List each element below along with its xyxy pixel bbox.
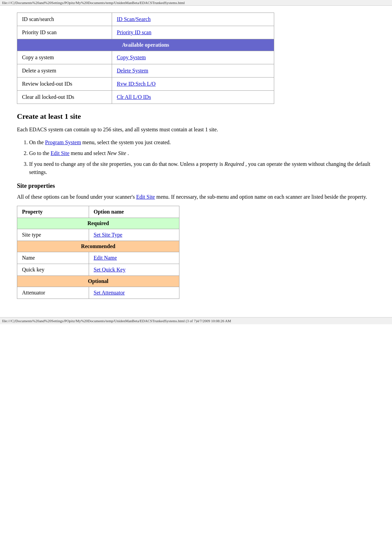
top-bar-path: file:///C|/Documents%20and%20Settings/PO… — [2, 1, 185, 5]
property-cell: Clear all locked-out IDs — [17, 91, 112, 104]
copy-system-link[interactable]: Copy System — [117, 54, 146, 60]
property-cell: Delete a system — [17, 64, 112, 78]
option-cell: Clr All L/O IDs — [112, 91, 274, 104]
table-row: Copy a system Copy System — [17, 51, 274, 64]
option-cell: Set Attenuator — [89, 287, 179, 299]
option-cell: Rvw ID:Srch L/O — [112, 78, 274, 91]
clr-all-link[interactable]: Clr All L/O IDs — [117, 94, 151, 100]
main-content: ID scan/search ID Scan/Search Priority I… — [0, 6, 392, 317]
table-row: Priority ID scan Priority ID scan — [17, 26, 274, 39]
table-row: ID scan/search ID Scan/Search — [17, 13, 274, 26]
required-header-row: Required — [17, 218, 179, 229]
bottom-bar: file:///C|/Documents%20and%20Settings/PO… — [0, 317, 392, 324]
recommended-header-cell: Recommended — [17, 241, 179, 252]
list-item: Go to the Edit Site menu and select New … — [29, 149, 375, 157]
option-cell: Priority ID scan — [112, 26, 274, 39]
property-cell: Quick key — [17, 264, 89, 276]
option-cell: Edit Name — [89, 252, 179, 264]
col-option-header: Option name — [89, 206, 179, 218]
available-operations-header: Available operations — [17, 39, 274, 51]
create-site-heading: Create at least 1 site — [17, 112, 375, 121]
property-cell: ID scan/search — [17, 13, 112, 26]
table-row: Review locked-out IDs Rvw ID:Srch L/O — [17, 78, 274, 91]
option-cell: Copy System — [112, 51, 274, 64]
edit-site-link-para[interactable]: Edit Site — [136, 194, 155, 200]
available-operations-header-row: Available operations — [17, 39, 274, 51]
edit-site-link-steps[interactable]: Edit Site — [51, 150, 70, 156]
program-system-link[interactable]: Program System — [45, 139, 81, 145]
bottom-bar-text: file:///C|/Documents%20and%20Settings/PO… — [2, 319, 231, 323]
property-cell: Priority ID scan — [17, 26, 112, 39]
table-row: Site type Set Site Type — [17, 229, 179, 241]
property-cell: Site type — [17, 229, 89, 241]
option-cell: Set Site Type — [89, 229, 179, 241]
delete-system-link[interactable]: Delete System — [117, 68, 148, 73]
table-row: Clear all locked-out IDs Clr All L/O IDs — [17, 91, 274, 104]
property-cell: Name — [17, 252, 89, 264]
table-row: Name Edit Name — [17, 252, 179, 264]
option-cell: ID Scan/Search — [112, 13, 274, 26]
required-header-cell: Required — [17, 218, 179, 229]
list-item: If you need to change any of the site pr… — [29, 160, 375, 176]
rvw-id-link[interactable]: Rvw ID:Srch L/O — [117, 81, 156, 87]
edit-name-link[interactable]: Edit Name — [94, 255, 117, 261]
property-cell: Attenuator — [17, 287, 89, 299]
site-properties-paragraph: All of these options can be found under … — [17, 193, 375, 201]
optional-header-row: Optional — [17, 276, 179, 287]
list-item: On the Program System menu, select the s… — [29, 138, 375, 147]
table-row: Attenuator Set Attenuator — [17, 287, 179, 299]
set-site-type-link[interactable]: Set Site Type — [94, 232, 123, 238]
main-properties-table: ID scan/search ID Scan/Search Priority I… — [17, 13, 274, 104]
property-cell: Copy a system — [17, 51, 112, 64]
recommended-header-row: Recommended — [17, 241, 179, 252]
site-properties-heading: Site properties — [17, 182, 375, 190]
create-site-paragraph: Each EDACS system can contain up to 256 … — [17, 126, 375, 134]
property-cell: Review locked-out IDs — [17, 78, 112, 91]
site-table-header-row: Property Option name — [17, 206, 179, 218]
site-properties-table: Property Option name Required Site type … — [17, 206, 179, 299]
priority-id-scan-link[interactable]: Priority ID scan — [117, 29, 151, 35]
top-bar: file:///C|/Documents%20and%20Settings/PO… — [0, 0, 392, 6]
create-site-steps: On the Program System menu, select the s… — [29, 138, 375, 176]
optional-header-cell: Optional — [17, 276, 179, 287]
id-scan-search-link[interactable]: ID Scan/Search — [117, 16, 151, 22]
option-cell: Delete System — [112, 64, 274, 78]
option-cell: Set Quick Key — [89, 264, 179, 276]
table-row: Delete a system Delete System — [17, 64, 274, 78]
set-attenuator-link[interactable]: Set Attenuator — [94, 290, 125, 295]
table-row: Quick key Set Quick Key — [17, 264, 179, 276]
set-quick-key-link[interactable]: Set Quick Key — [94, 267, 126, 272]
col-property-header: Property — [17, 206, 89, 218]
